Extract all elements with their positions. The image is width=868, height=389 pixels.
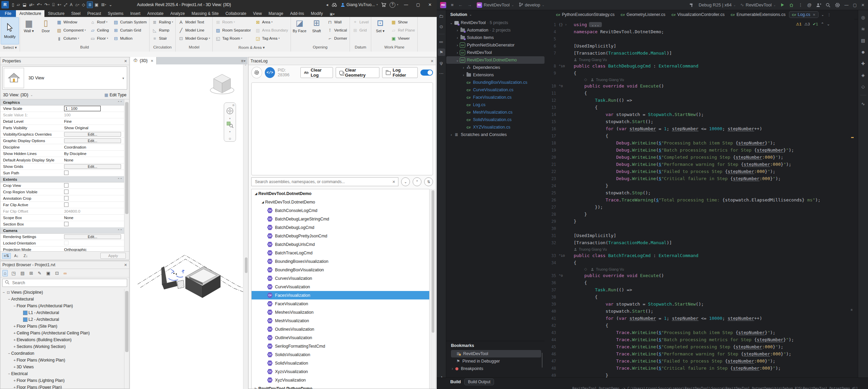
solution-item-solution-items[interactable]: ›Solution Items xyxy=(446,34,545,41)
tree-item-elevations-building-elevation[interactable]: +Elevations (Building Elevation) xyxy=(0,336,124,343)
wall-button[interactable]: ▆Wall ▾ xyxy=(21,17,37,44)
stair-button[interactable]: ≡Stair xyxy=(151,34,174,42)
open-icon[interactable]: ▱ xyxy=(16,2,21,8)
store-cart-icon[interactable] xyxy=(381,2,386,7)
log-output-area[interactable] xyxy=(251,82,433,175)
prev-issue-icon[interactable]: ⌃ xyxy=(821,22,824,26)
command-outlinevisualization[interactable]: C#OutlineVisualization xyxy=(252,333,429,342)
tag-area-button[interactable]: ◲Tag Area▾ xyxy=(254,34,289,42)
solution-item-dependencies[interactable]: ›⁂Dependencies xyxy=(446,64,545,71)
ribbon-tab-precast[interactable]: Precast xyxy=(84,10,104,17)
clear-geometry-button[interactable]: Clear Geometry xyxy=(336,67,379,78)
project-widget[interactable]: RDRevitDevTool⌄ xyxy=(477,2,514,8)
debug-button[interactable] xyxy=(789,3,794,7)
tree-item-floor-plans-working-plan[interactable]: +Floor Plans (Working Plan) xyxy=(0,357,124,364)
bookmark-breakpoints[interactable]: ›Breakpoints xyxy=(451,365,545,372)
view-tab-3d[interactable]: {3D} ✕ xyxy=(130,57,157,64)
close-button[interactable]: ✕ xyxy=(426,2,434,7)
command-xyzvisualization[interactable]: C#XyzVisualization xyxy=(252,376,429,384)
main-menu-icon[interactable]: ≡ xyxy=(451,2,454,7)
copilot-icon[interactable]: ☻ xyxy=(860,48,867,56)
modify-button[interactable]: Modify xyxy=(1,17,19,44)
chevron-icon[interactable]: › xyxy=(449,133,454,137)
bookmark-revitdevtool[interactable]: ≣RevitDevTool xyxy=(451,350,541,357)
command-search-input[interactable] xyxy=(254,179,392,184)
code-editor[interactable]: 1{} ›using...4namespace RevitDevTool.Dot… xyxy=(545,19,854,377)
tree-item-floor-plans-power-plan[interactable]: +Floor Plans (Power Plan) xyxy=(0,384,124,389)
views-tab-icon[interactable]: ⌂ xyxy=(2,270,8,276)
search-help-icon[interactable] xyxy=(332,3,337,7)
tree-item-sections-working-section[interactable]: +Sections (Working Section) xyxy=(0,343,124,350)
customize-qat-icon[interactable]: ⌄ xyxy=(108,2,113,8)
command-revitdevtool-dotnetdemo[interactable]: ◢RevitDevTool.DotnetDemo xyxy=(252,189,429,198)
ribbon-tab-structure[interactable]: Structure xyxy=(44,10,68,17)
build-hammer-icon[interactable] xyxy=(689,3,694,7)
door-button[interactable]: ▯Door xyxy=(38,17,54,44)
ribbon-tab-massing-site[interactable]: Massing & Site xyxy=(188,10,222,17)
command-meshesvisualization[interactable]: C#MeshesVisualization xyxy=(252,308,429,316)
tree-item-floor-plans-architectural-plan[interactable]: −Floor Plans (Architectural Plan) xyxy=(0,303,124,309)
expander-icon[interactable]: + xyxy=(13,378,17,383)
code-with-me-icon[interactable] xyxy=(816,3,821,7)
ai-assistant-icon[interactable]: ◎ xyxy=(860,14,867,21)
solution-item-extensions[interactable]: ›Extensions xyxy=(446,71,545,79)
expander-icon[interactable]: + xyxy=(13,365,17,369)
close-icon[interactable]: ✕ xyxy=(124,59,127,63)
close-icon[interactable]: ✕ xyxy=(431,59,434,63)
ribbon-display-toggle[interactable]: ▣▾ xyxy=(328,11,336,17)
expander-icon[interactable]: − xyxy=(7,351,11,355)
view-list-icon[interactable]: ≣▾ xyxy=(241,59,248,63)
tree-item-ceiling-plans-architectural-ceiling-plan[interactable]: +Ceiling Plans (Architectural Ceiling Pl… xyxy=(0,330,124,336)
solution-item-scratches-and-consoles[interactable]: ›≣Scratches and Consoles xyxy=(446,131,545,138)
solution-item-meshvisualization-cs[interactable]: C#MeshVisualization.cs xyxy=(446,109,545,116)
sheets-list-tab-icon[interactable]: ⊞ xyxy=(28,270,34,276)
railing-button[interactable]: ≣Railing▾ xyxy=(151,18,174,26)
settings-gear-icon[interactable] xyxy=(251,67,262,78)
tree-item-3d-views[interactable]: +3D Views xyxy=(0,364,124,370)
build-config-widget[interactable]: Debug R25 | x64⌄ xyxy=(698,2,736,7)
roof-button[interactable]: ⌂Roof▾ xyxy=(89,18,110,26)
profiler-icon[interactable]: ∿ xyxy=(860,100,867,108)
ribbon-tab-view[interactable]: View xyxy=(250,10,265,17)
tab-options-icon[interactable]: ⋮ xyxy=(827,13,831,17)
editor-tab-geometrylistener-cs[interactable]: C#GeometryListener.cs xyxy=(618,12,668,18)
nuget-icon[interactable]: ✚ xyxy=(860,60,867,67)
minimize-button[interactable]: — xyxy=(845,3,849,7)
ramp-button[interactable]: ◺Ramp xyxy=(151,26,174,34)
component-button[interactable]: ▧Component▾ xyxy=(55,26,87,34)
solution-item-facevisualization-cs[interactable]: C#FaceVisualization.cs xyxy=(446,94,545,101)
ribbon-tab-manage[interactable]: Manage xyxy=(265,10,287,17)
section-icon[interactable]: ◇ xyxy=(81,2,86,8)
text-icon[interactable]: A xyxy=(69,2,74,8)
area-button[interactable]: ⊠Area▾ xyxy=(254,18,289,26)
more-actions-icon[interactable]: ⋮ xyxy=(798,2,803,7)
level-button[interactable]: ⌖Level xyxy=(351,18,370,26)
command-xyzsvisualization[interactable]: C#XyzsVisualization xyxy=(252,367,429,376)
properties-scrollbar[interactable] xyxy=(124,99,129,252)
commit-icon[interactable]: ⊙ xyxy=(438,23,445,30)
tracelog-enabled-toggle[interactable] xyxy=(420,70,433,76)
visibility-graphics-overrides-edit-button[interactable]: Edit... xyxy=(64,132,121,137)
command-batchdebugprettyjsoncmd[interactable]: C#BatchDebugPrettyJsonCmd xyxy=(252,232,429,240)
redo-icon[interactable]: ↷▾ xyxy=(43,2,51,8)
expander-icon[interactable]: ◢ xyxy=(260,200,265,204)
command-curvesvisualization[interactable]: C#CurvesVisualization xyxy=(252,274,429,283)
close-icon[interactable]: ⊗ xyxy=(232,103,235,107)
shaft-button[interactable]: ⊞Shaft xyxy=(309,17,325,44)
default-3d-view-icon[interactable]: ⌂▾ xyxy=(74,2,80,8)
command-batchdebuglogcmd[interactable]: C#BatchDebugLogCmd xyxy=(252,223,429,232)
window-button[interactable]: ▦Window xyxy=(55,18,87,26)
ai-mention-icon[interactable]: @ xyxy=(807,2,811,7)
expander-icon[interactable]: − xyxy=(7,372,11,376)
expander-icon[interactable]: + xyxy=(13,345,17,349)
command-batchdebuglargestringcmd[interactable]: C#BatchDebugLargeStringCmd xyxy=(252,215,429,223)
far-clip-active-checkbox[interactable] xyxy=(64,202,68,207)
account-button[interactable]: Giang.VuTruo...▾ xyxy=(340,2,378,7)
solution-item-boundingboxvisualization-cs[interactable]: C#BoundingBoxVisualization.cs xyxy=(446,79,545,86)
apply-button[interactable]: Apply xyxy=(100,253,126,259)
area-boundary-button[interactable]: ▨Area Boundary xyxy=(254,26,289,34)
solution-item-automation[interactable]: ›Automation · 2 projects xyxy=(446,26,545,34)
expander-icon[interactable]: + xyxy=(13,331,17,335)
command-facesvisualization[interactable]: C#FacesVisualization xyxy=(252,291,429,299)
expander-icon[interactable]: − xyxy=(7,297,11,301)
